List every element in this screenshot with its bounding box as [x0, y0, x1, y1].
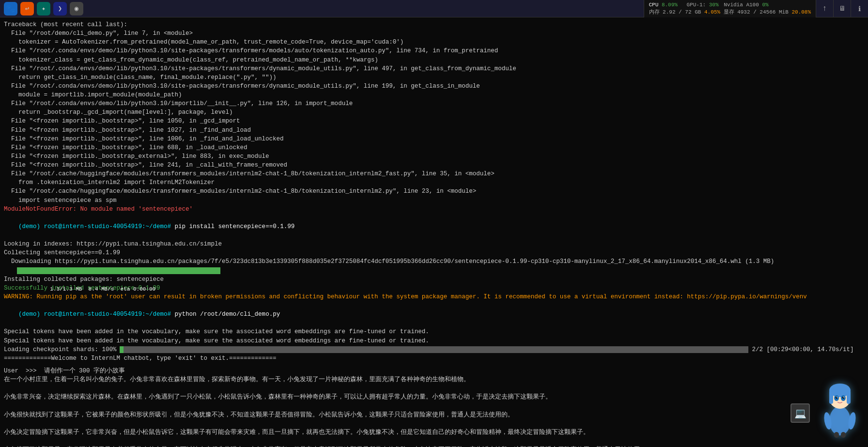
- traceback-line-8: module = importlib.import_module(module_…: [4, 91, 864, 99]
- system-stats: CPU 8.09% GPU-1: 30% Nvidia A100 0% 内存 2…: [644, 0, 816, 17]
- traceback-line-13: File "<frozen importlib._bootstrap>", li…: [4, 135, 864, 143]
- mem-pct: 4.05%: [704, 9, 720, 15]
- looking-line: Looking in indexes: https://pypi.tuna.ts…: [4, 240, 864, 248]
- story-line-6: 小兔决定冒险摘下这颗果子，它非常兴奋，但是小松鼠告诉它，这颗果子有可能会带来灾难…: [4, 428, 864, 437]
- vram-pct: 20.08%: [791, 9, 811, 15]
- traceback-line-4: tokenizer_class = get_class_from_dynamic…: [4, 56, 864, 64]
- cmd2-hash: #: [168, 311, 171, 318]
- traceback-line-16: File "<frozen importlib._bootstrap>", li…: [4, 161, 864, 170]
- gpu-value: 30%: [709, 2, 719, 8]
- gpu-usage: 0%: [762, 2, 768, 8]
- download-progress-bar: 1.3/1.3 MB 8.4 MB/s eta 0:00:00: [17, 267, 220, 274]
- taskbar-icon-4[interactable]: ❯: [53, 2, 67, 15]
- traceback-line-7: File "/root/.conda/envs/demo/lib/python3…: [4, 82, 864, 91]
- laptop-icon[interactable]: 💻: [790, 403, 810, 423]
- traceback-line-2: tokenizer = AutoTokenizer.from_pretraine…: [4, 38, 864, 46]
- cmd2-path: ~/demo: [146, 311, 168, 318]
- mem-label: 内存 2.92 / 72 GB: [649, 9, 704, 15]
- cmd1-path: ~/demo: [146, 223, 168, 230]
- checkpoint-fill: [120, 346, 124, 353]
- taskbar-app-icons: 🐾 ↩ ✦ ❯ ◉: [4, 2, 83, 15]
- story-line-3: [4, 401, 864, 410]
- taskbar-right: CPU 8.09% GPU-1: 30% Nvidia A100 0% 内存 2…: [644, 0, 868, 17]
- token2-line: Special tokens have been added in the vo…: [4, 337, 864, 345]
- svg-point-10: [843, 397, 844, 398]
- cmd1-command: pip install sentencepiece==0.1.99: [171, 223, 294, 230]
- story-line-7: [4, 437, 864, 446]
- cmd1-hash: #: [168, 223, 171, 230]
- traceback-line-18: from .tokenization_internlm2 import Inte…: [4, 178, 864, 187]
- vram-label: 显存 4932 / 24566 MiB: [724, 9, 792, 15]
- traceback-header: Traceback (most recent call last):: [4, 20, 864, 29]
- taskbar-icon-3[interactable]: ✦: [37, 2, 50, 15]
- gpu-model: Nvidia A100: [724, 2, 762, 8]
- cmd2-command: python /root/demo/cli_demo.py: [171, 311, 280, 318]
- character-sprite: [818, 380, 862, 447]
- taskbar-icon-2[interactable]: ↩: [20, 2, 34, 15]
- loading-text: Loading checkpoint shards: 100%: [4, 345, 117, 354]
- terminal: Traceback (most recent call last): File …: [0, 17, 868, 447]
- svg-point-9: [837, 397, 837, 398]
- gpu-label: GPU-1:: [687, 2, 709, 8]
- token1-line: Special tokens have been added in the vo…: [4, 327, 864, 336]
- traceback-line-1: File "/root/demo/cli_demo.py", line 7, i…: [4, 29, 864, 38]
- downloading-line: Downloading https://pypi.tuna.tsinghua.e…: [4, 257, 864, 266]
- traceback-line-12: File "<frozen importlib._bootstrap>", li…: [4, 126, 864, 135]
- taskbar-icon-1[interactable]: 🐾: [4, 2, 17, 15]
- cmd1-prompt: (demo) root@intern-studio-40054919:: [18, 223, 146, 230]
- checkpoint-remaining: [124, 346, 748, 353]
- traceback-line-5: File "/root/.conda/envs/demo/lib/python3…: [4, 64, 864, 73]
- checkpoint-info: 2/2 [00:29<00:00, 14.70s/it]: [752, 345, 854, 354]
- virtual-character: [816, 384, 864, 447]
- taskbar-icon-5[interactable]: ◉: [70, 2, 83, 15]
- traceback-line-20: import sentencepiece as spm: [4, 196, 864, 205]
- svg-rect-4: [847, 390, 851, 404]
- traceback-line-3: File "/root/.conda/envs/demo/lib/python3…: [4, 46, 864, 55]
- cpu-label: CPU: [649, 2, 662, 8]
- story-line-2: 小兔非常兴奋，决定继续探索这片森林。在森林里，小兔遇到了一只小松鼠，小松鼠告诉小…: [4, 393, 864, 401]
- story-line-5: [4, 419, 864, 428]
- cmd1-line: (demo) root@intern-studio-40054919:~/dem…: [4, 214, 864, 240]
- loading-bar-wrapper: [120, 346, 748, 353]
- cpu-value: 8.09%: [662, 2, 678, 8]
- cmd2-line: (demo) root@intern-studio-40054919:~/dem…: [4, 301, 864, 327]
- traceback-line-11: File "<frozen importlib._bootstrap>", li…: [4, 117, 864, 125]
- svg-rect-13: [834, 432, 839, 438]
- traceback-line-10: return _bootstrap._gcd_import(name[level…: [4, 108, 864, 117]
- traceback-line-15: File "<frozen importlib._bootstrap_exter…: [4, 152, 864, 161]
- warning-line: WARNING: Running pip as the 'root' user …: [4, 293, 864, 301]
- traceback-line-9: File "/root/.conda/envs/demo/lib/python3…: [4, 99, 864, 108]
- progress-prefix: [4, 266, 15, 275]
- story-line-0: 在一个小村庄里，住着一只名叫小兔的兔子。小兔非常喜欢在森林里冒险，探索新奇的事物…: [4, 375, 864, 384]
- installing-line: Installing collected packages: sentencep…: [4, 275, 864, 284]
- memory-stats: 内存 2.92 / 72 GB 4.05% 显存 4932 / 24566 Mi…: [649, 9, 811, 16]
- loading-line: Loading checkpoint shards: 100% 2/2 [00:…: [4, 345, 864, 354]
- upload-button[interactable]: ↑: [816, 0, 833, 17]
- user-prompt-1: User >>> 请创作一个 300 字的小故事: [4, 367, 864, 375]
- svg-rect-3: [829, 390, 833, 404]
- progress-bar-label: 1.3/1.3 MB 8.4 MB/s eta 0:00:00: [39, 286, 158, 292]
- story-line-1: [4, 384, 864, 393]
- traceback-line-19: File "/root/.cache/huggingface/modules/t…: [4, 187, 864, 196]
- error-message: ModuleNotFoundError: No module named 'se…: [4, 205, 864, 214]
- collecting-line: Collecting sentencepiece==0.1.99: [4, 248, 864, 257]
- traceback-line-6: return get_class_in_module(class_name, f…: [4, 73, 864, 82]
- story-line-4: 小兔很快就找到了这颗果子，它被果子的颜色和形状所吸引，但是小兔犹豫不决，不知道这…: [4, 411, 864, 419]
- svg-point-0: [829, 406, 851, 435]
- svg-rect-14: [841, 432, 846, 438]
- info-button[interactable]: ℹ: [851, 0, 868, 17]
- progress-line: 1.3/1.3 MB 8.4 MB/s eta 0:00:00: [4, 266, 864, 275]
- monitor-button[interactable]: 🖥: [833, 0, 851, 17]
- welcome-line: =============Welcome to InternLM chatbot…: [4, 354, 864, 363]
- traceback-line-17: File "/root/.cache/huggingface/modules/t…: [4, 170, 864, 178]
- taskbar: 🐾 ↩ ✦ ❯ ◉ CPU 8.09% GPU-1: 30% Nvidia A1…: [0, 0, 868, 17]
- cmd2-prompt: (demo) root@intern-studio-40054919:: [18, 311, 146, 318]
- traceback-line-14: File "<frozen importlib._bootstrap>", li…: [4, 143, 864, 152]
- cpu-gpu-stats: CPU 8.09% GPU-1: 30% Nvidia A100 0%: [649, 1, 811, 9]
